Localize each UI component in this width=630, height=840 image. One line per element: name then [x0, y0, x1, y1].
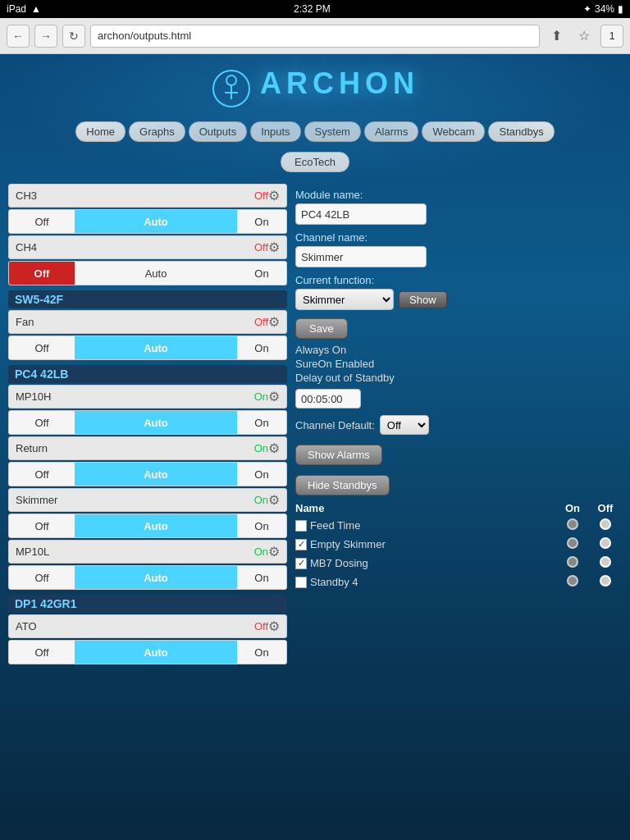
ctrl-off-ch4[interactable]: Off	[9, 262, 75, 285]
radio-on-standby4[interactable]	[567, 575, 578, 587]
function-select-row: Skimmer Return Pump Heater Light Fan Alw…	[295, 289, 622, 310]
show-function-button[interactable]: Show	[399, 291, 447, 308]
control-row-ato: Off Auto On	[8, 640, 287, 664]
control-row-ch3: Off Auto On	[8, 209, 287, 234]
bookmark-icon[interactable]: ☆	[573, 25, 596, 48]
gear-icon-mp10h[interactable]: ⚙	[268, 389, 280, 404]
nav-home[interactable]: Home	[75, 121, 126, 142]
ctrl-auto-mp10h[interactable]: Auto	[75, 411, 237, 434]
checkbox-mb7-dosing[interactable]	[295, 558, 307, 569]
channel-row-fan: Fan Off ⚙	[8, 310, 287, 334]
function-select[interactable]: Skimmer Return Pump Heater Light Fan Alw…	[295, 289, 394, 310]
ctrl-auto-mp10l[interactable]: Auto	[75, 566, 237, 589]
refresh-button[interactable]: ↻	[62, 25, 85, 48]
tab-count[interactable]: 1	[600, 25, 623, 48]
nav-ecotech[interactable]: EcoTech	[281, 152, 349, 172]
current-function-label: Current function:	[295, 274, 622, 286]
ctrl-off-fan[interactable]: Off	[9, 336, 75, 359]
share-icon[interactable]: ⬆	[545, 25, 568, 48]
standby-feed-time: Feed Time	[295, 516, 622, 535]
channel-label-ato: ATO	[16, 620, 254, 632]
gear-icon-ato[interactable]: ⚙	[268, 619, 280, 634]
gear-icon-return[interactable]: ⚙	[268, 441, 280, 456]
gear-icon-ch3[interactable]: ⚙	[268, 188, 280, 203]
module-name-label: Module name:	[295, 189, 622, 201]
sure-on-label: SureOn Enabled	[295, 358, 622, 370]
columns-container: CH3 Off ⚙ Off Auto On CH4 Off ⚙ Off Auto…	[0, 182, 630, 666]
nav-standbys[interactable]: Standbys	[488, 121, 554, 142]
bluetooth-icon: ✦	[583, 3, 591, 15]
ctrl-auto-fan[interactable]: Auto	[75, 336, 237, 359]
channel-row-mp10h: MP10H On ⚙	[8, 385, 287, 409]
delay-standby-label: Delay out of Standby	[295, 372, 622, 384]
radio-off-standby4[interactable]	[600, 575, 611, 587]
logo-area: ARCHON	[0, 54, 630, 115]
channel-status-mp10h: On	[254, 390, 268, 403]
standbys-header: Name On Off	[295, 500, 622, 516]
ctrl-on-skimmer[interactable]: On	[237, 514, 286, 537]
save-button[interactable]: Save	[295, 318, 348, 339]
nav-system[interactable]: System	[304, 121, 361, 142]
standby-empty-skimmer: Empty Skimmer	[295, 535, 622, 554]
ctrl-off-skimmer[interactable]: Off	[9, 514, 75, 537]
show-alarms-button[interactable]: Show Alarms	[295, 445, 382, 465]
delay-time-input[interactable]	[295, 389, 361, 409]
channel-row-skimmer: Skimmer On ⚙	[8, 488, 287, 512]
ctrl-on-ch3[interactable]: On	[237, 210, 286, 233]
radio-on-empty-skimmer[interactable]	[567, 537, 578, 549]
control-row-fan: Off Auto On	[8, 336, 287, 360]
ctrl-auto-skimmer[interactable]: Auto	[75, 514, 237, 537]
radio-on-feed-time[interactable]	[567, 518, 578, 530]
ctrl-off-ch3[interactable]: Off	[9, 210, 75, 233]
gear-icon-ch4[interactable]: ⚙	[268, 240, 280, 255]
ctrl-on-mp10h[interactable]: On	[237, 411, 286, 434]
ctrl-off-return[interactable]: Off	[9, 463, 75, 486]
channel-row-mp10l: MP10L On ⚙	[8, 540, 287, 564]
logo-text: ARCHON	[260, 66, 419, 100]
back-button[interactable]: ←	[7, 25, 30, 48]
ctrl-off-mp10l[interactable]: Off	[9, 566, 75, 589]
ctrl-auto-return[interactable]: Auto	[75, 463, 237, 486]
checkbox-feed-time[interactable]	[295, 520, 307, 532]
forward-button[interactable]: →	[34, 25, 57, 48]
ctrl-on-ato[interactable]: On	[237, 641, 286, 664]
ctrl-auto-ch4[interactable]: Auto	[75, 262, 237, 285]
channel-default-label: Channel Default:	[295, 419, 375, 431]
control-row-mp10h: Off Auto On	[8, 410, 287, 435]
wifi-icon: ▲	[31, 3, 41, 15]
channel-label-mp10h: MP10H	[16, 390, 254, 403]
nav-alarms[interactable]: Alarms	[364, 121, 418, 142]
radio-off-feed-time[interactable]	[600, 518, 611, 530]
ctrl-on-mp10l[interactable]: On	[237, 566, 286, 589]
module-name-input[interactable]	[295, 203, 427, 225]
radio-off-empty-skimmer[interactable]	[600, 537, 611, 549]
nav-webcam[interactable]: Webcam	[422, 121, 485, 142]
gear-icon-mp10l[interactable]: ⚙	[268, 544, 280, 559]
url-input[interactable]	[90, 25, 540, 48]
channel-name-input[interactable]	[295, 246, 427, 267]
header-on: On	[556, 502, 589, 514]
nav-graphs[interactable]: Graphs	[129, 121, 185, 142]
checkbox-empty-skimmer[interactable]	[295, 539, 307, 550]
channel-label-ch3: CH3	[16, 189, 254, 202]
ctrl-off-ato[interactable]: Off	[9, 641, 75, 664]
gear-icon-fan[interactable]: ⚙	[268, 314, 280, 330]
channel-row-ch4: CH4 Off ⚙	[8, 235, 287, 259]
gear-icon-skimmer[interactable]: ⚙	[268, 492, 280, 508]
ctrl-auto-ch3[interactable]: Auto	[75, 210, 237, 233]
nav-inputs[interactable]: Inputs	[250, 121, 300, 142]
ctrl-off-mp10h[interactable]: Off	[9, 411, 75, 434]
channel-label-skimmer: Skimmer	[16, 494, 254, 506]
channel-name-label: Channel name:	[295, 231, 622, 244]
ctrl-on-return[interactable]: On	[237, 463, 286, 486]
nav-outputs[interactable]: Outputs	[189, 121, 248, 142]
radio-off-mb7-dosing[interactable]	[600, 556, 611, 568]
checkbox-standby4[interactable]	[295, 577, 307, 588]
ctrl-on-fan[interactable]: On	[237, 336, 286, 359]
channel-status-ch4: Off	[254, 241, 268, 253]
ctrl-auto-ato[interactable]: Auto	[75, 641, 237, 664]
hide-standbys-button[interactable]: Hide Standbys	[295, 475, 390, 495]
radio-on-mb7-dosing[interactable]	[567, 556, 578, 568]
channel-default-select[interactable]: Off On Auto	[380, 415, 429, 435]
ctrl-on-ch4[interactable]: On	[237, 262, 286, 285]
